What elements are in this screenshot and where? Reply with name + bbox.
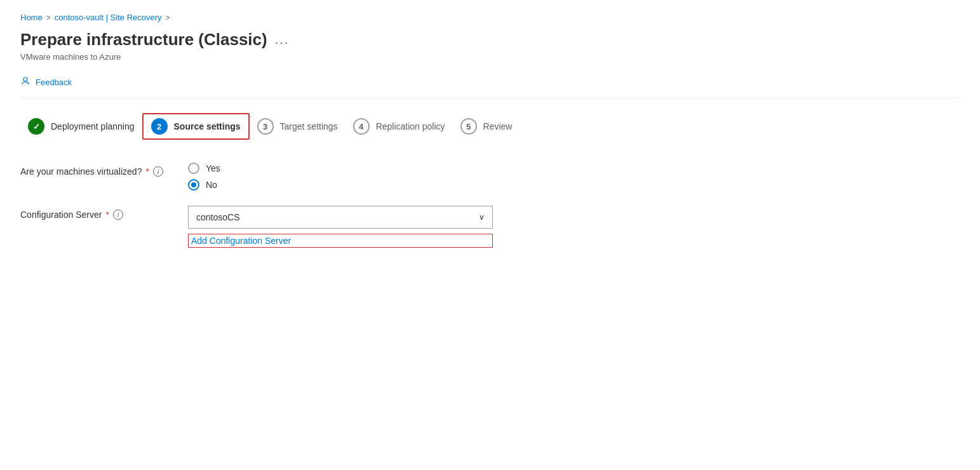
- config-server-dropdown[interactable]: contosoCS ∨: [188, 206, 493, 229]
- step-label-deployment: Deployment planning: [51, 121, 135, 131]
- chevron-down-icon: ∨: [479, 213, 485, 222]
- radio-no-input[interactable]: [188, 179, 199, 191]
- feedback-button[interactable]: Feedback: [20, 72, 960, 92]
- breadcrumb-home[interactable]: Home: [20, 13, 43, 22]
- config-server-control-group: contosoCS ∨ Add Configuration Server: [188, 206, 493, 248]
- page-title: Prepare infrastructure (Classic): [20, 30, 267, 50]
- config-server-label: Configuration Server * i: [20, 206, 173, 220]
- page-header: Prepare infrastructure (Classic) ...: [20, 30, 960, 50]
- feedback-label: Feedback: [36, 77, 72, 87]
- config-server-row: Configuration Server * i contosoCS ∨ Add…: [20, 206, 960, 248]
- step-label-review: Review: [483, 121, 513, 131]
- step-source-settings[interactable]: 2 Source settings: [142, 113, 250, 140]
- step-replication-policy[interactable]: 4 Replication policy: [346, 114, 453, 138]
- svg-point-0: [23, 77, 27, 81]
- config-server-required-star: *: [105, 210, 109, 220]
- breadcrumb-sep1: >: [46, 13, 51, 22]
- form-section: Are your machines virtualized? * i Yes N…: [20, 163, 960, 248]
- virtualized-radio-group: Yes No: [188, 163, 220, 191]
- virtualized-info-icon[interactable]: i: [153, 166, 163, 177]
- divider: [20, 97, 960, 98]
- breadcrumb-vault[interactable]: contoso-vault | Site Recovery: [55, 13, 162, 22]
- step-circle-replication: 4: [353, 118, 370, 135]
- step-label-replication: Replication policy: [376, 121, 445, 131]
- step-label-source: Source settings: [174, 121, 241, 131]
- virtualized-row: Are your machines virtualized? * i Yes N…: [20, 163, 960, 191]
- virtualized-question-text: Are your machines virtualized?: [20, 166, 142, 177]
- radio-no-dot: [191, 182, 196, 187]
- step-circle-review: 5: [460, 118, 477, 135]
- radio-yes-input[interactable]: [188, 163, 199, 174]
- breadcrumb-sep2: >: [166, 13, 170, 22]
- add-configuration-server-link[interactable]: Add Configuration Server: [188, 234, 493, 248]
- radio-yes-label: Yes: [206, 163, 220, 173]
- radio-yes-option[interactable]: Yes: [188, 163, 220, 174]
- feedback-icon: [20, 76, 30, 88]
- step-label-target: Target settings: [280, 121, 338, 131]
- step-circle-target: 3: [257, 118, 274, 135]
- virtualized-required-star: *: [145, 166, 149, 177]
- radio-no-option[interactable]: No: [188, 179, 220, 191]
- step-circle-source: 2: [151, 118, 168, 135]
- page-subtitle: VMware machines to Azure: [20, 52, 960, 62]
- step-target-settings[interactable]: 3 Target settings: [250, 114, 346, 138]
- breadcrumb: Home > contoso-vault | Site Recovery >: [20, 13, 960, 22]
- config-server-value: contosoCS: [196, 212, 239, 222]
- wizard-steps: ✓ Deployment planning 2 Source settings …: [20, 113, 960, 140]
- config-server-label-text: Configuration Server: [20, 210, 102, 220]
- step-deployment-planning[interactable]: ✓ Deployment planning: [20, 114, 142, 138]
- step-circle-deployment: ✓: [28, 118, 44, 135]
- virtualized-label: Are your machines virtualized? * i: [20, 163, 173, 177]
- more-options-icon[interactable]: ...: [275, 32, 290, 47]
- step-review[interactable]: 5 Review: [453, 114, 520, 138]
- config-server-info-icon[interactable]: i: [113, 210, 123, 220]
- radio-no-label: No: [206, 180, 217, 190]
